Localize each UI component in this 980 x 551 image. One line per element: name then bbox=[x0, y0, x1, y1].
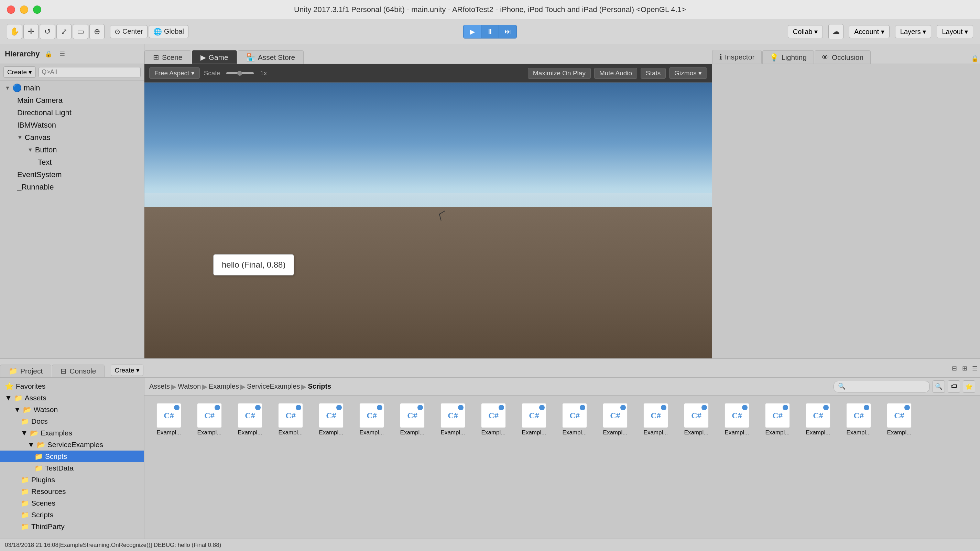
mute-audio-button[interactable]: Mute Audio bbox=[594, 68, 637, 79]
tab-console[interactable]: ⊟ Console bbox=[52, 365, 105, 377]
project-menu-icon[interactable]: ☰ bbox=[970, 363, 980, 374]
list-item[interactable]: C#Exampl... bbox=[880, 401, 918, 438]
hierarchy-menu-icon[interactable]: ☰ bbox=[57, 49, 67, 59]
hand-tool-button[interactable]: ✋ bbox=[7, 24, 22, 39]
game-viewport[interactable]: hello (Final, 0.88) bbox=[145, 83, 712, 358]
list-item[interactable]: C#Exampl... bbox=[596, 401, 634, 438]
tab-scene[interactable]: ⊞ Scene bbox=[145, 50, 191, 64]
fullscreen-button[interactable] bbox=[33, 5, 41, 14]
assets-folder-icon: 📁 bbox=[14, 394, 23, 402]
tree-item-scripts[interactable]: 📁 Scripts bbox=[0, 451, 144, 462]
watson-folder-icon: 📂 bbox=[23, 406, 32, 414]
bc-service-examples[interactable]: ServiceExamples bbox=[247, 382, 300, 390]
tab-game[interactable]: ▶ Game bbox=[192, 50, 237, 64]
hierarchy-item-ibm-watson[interactable]: IBMWatson bbox=[0, 119, 144, 131]
layout-dropdown[interactable]: Layout ▾ bbox=[937, 25, 973, 38]
list-item[interactable]: C#Exampl... bbox=[840, 401, 878, 438]
aspect-dropdown[interactable]: Free Aspect ▾ bbox=[149, 67, 200, 79]
collab-button[interactable]: Collab ▾ bbox=[788, 25, 823, 38]
tree-item-third-party[interactable]: 📁 ThirdParty bbox=[0, 521, 144, 532]
list-item[interactable]: C#Exampl... bbox=[515, 401, 553, 438]
hierarchy-item-main-camera[interactable]: Main Camera bbox=[0, 94, 144, 107]
layers-dropdown[interactable]: Layers ▾ bbox=[895, 25, 932, 38]
hierarchy-item-directional-light[interactable]: Directional Light bbox=[0, 107, 144, 119]
tab-project[interactable]: 📁 Project bbox=[0, 365, 51, 377]
asset-search-input[interactable] bbox=[834, 381, 930, 392]
rotate-tool-button[interactable]: ↺ bbox=[40, 24, 55, 39]
maximize-button[interactable]: Maximize On Play bbox=[528, 68, 591, 79]
list-item[interactable]: C#Exampl... bbox=[718, 401, 756, 438]
list-item[interactable]: C#Exampl... bbox=[434, 401, 472, 438]
hierarchy-create-button[interactable]: Create ▾ bbox=[3, 66, 36, 78]
list-item[interactable]: C#Exampl... bbox=[759, 401, 796, 438]
hierarchy-item-runnable[interactable]: _Runnable bbox=[0, 181, 144, 193]
account-dropdown[interactable]: Account ▾ bbox=[849, 25, 889, 38]
list-item[interactable]: C#Exampl... bbox=[231, 401, 269, 438]
play-button[interactable]: ▶ bbox=[463, 25, 481, 38]
asset-search-submit[interactable]: 🔍 bbox=[932, 381, 945, 393]
tree-item-service-examples[interactable]: ▼ 📂 ServiceExamples bbox=[0, 439, 144, 451]
pause-button[interactable]: ⏸ bbox=[481, 25, 499, 38]
move-tool-button[interactable]: ✛ bbox=[23, 24, 38, 39]
tree-item-plugins[interactable]: 📁 Plugins bbox=[0, 474, 144, 486]
asset-star-button[interactable]: ⭐ bbox=[963, 381, 975, 393]
list-item[interactable]: C#Exampl... bbox=[678, 401, 715, 438]
list-item[interactable]: C#Exampl... bbox=[799, 401, 837, 438]
minimize-button[interactable] bbox=[20, 5, 28, 14]
list-item[interactable]: C#Exampl... bbox=[312, 401, 350, 438]
cloud-button[interactable]: ☁ bbox=[828, 24, 843, 39]
tab-asset-store[interactable]: 🏪 Asset Store bbox=[238, 50, 304, 64]
list-item[interactable]: C#Exampl... bbox=[556, 401, 593, 438]
hierarchy-lock-icon[interactable]: 🔒 bbox=[43, 49, 54, 59]
tab-inspector[interactable]: ℹ Inspector bbox=[712, 50, 762, 64]
bc-assets[interactable]: Assets bbox=[149, 382, 170, 390]
scale-slider[interactable] bbox=[226, 72, 254, 74]
project-create-button[interactable]: Create ▾ bbox=[111, 365, 143, 376]
hierarchy-item-event-system[interactable]: EventSystem bbox=[0, 169, 144, 181]
close-button[interactable] bbox=[7, 5, 15, 14]
bc-watson[interactable]: Watson bbox=[178, 382, 201, 390]
list-item[interactable]: C#Exampl... bbox=[637, 401, 675, 438]
hierarchy-item-main[interactable]: ▼ 🔵 main bbox=[0, 82, 144, 94]
center-tabs: ⊞ Scene ▶ Game 🏪 Asset Store bbox=[145, 44, 712, 64]
list-item[interactable]: C#Exampl... bbox=[353, 401, 391, 438]
bc-examples[interactable]: Examples bbox=[209, 382, 239, 390]
list-item[interactable]: C#Exampl... bbox=[474, 401, 512, 438]
tab-lighting[interactable]: 💡 Lighting bbox=[762, 50, 814, 64]
bc-scripts[interactable]: Scripts bbox=[308, 382, 331, 390]
project-collapse-icon[interactable]: ⊟ bbox=[949, 363, 959, 374]
play-controls: ▶ ⏸ ⏭ bbox=[463, 25, 517, 38]
tree-item-test-data[interactable]: 📁 TestData bbox=[0, 462, 144, 474]
right-panel: ℹ Inspector 💡 Lighting 👁 Occlusion 🔒 bbox=[712, 44, 980, 358]
rect-tool-button[interactable]: ▭ bbox=[73, 24, 88, 39]
tree-item-resources[interactable]: 📁 Resources bbox=[0, 486, 144, 497]
tree-item-watson[interactable]: ▼ 📂 Watson bbox=[0, 404, 144, 416]
global-button[interactable]: 🌐 Global bbox=[149, 25, 188, 38]
inspector-lock-icon[interactable]: 🔒 bbox=[970, 53, 980, 64]
hierarchy-search-input[interactable] bbox=[38, 67, 141, 77]
stats-button[interactable]: Stats bbox=[641, 68, 666, 79]
tree-item-favorites[interactable]: ⭐ Favorites bbox=[0, 381, 144, 392]
list-item[interactable]: C#Exampl... bbox=[150, 401, 188, 438]
tree-item-scripts2[interactable]: 📁 Scripts bbox=[0, 509, 144, 521]
asset-filter-button[interactable]: 🏷 bbox=[948, 381, 960, 393]
main-toolbar: ✋ ✛ ↺ ⤢ ▭ ⊕ ⊙ Center 🌐 Global ▶ ⏸ ⏭ Coll… bbox=[0, 19, 980, 44]
scale-tool-button[interactable]: ⤢ bbox=[56, 24, 72, 39]
list-item[interactable]: C#Exampl... bbox=[191, 401, 228, 438]
center-button[interactable]: ⊙ Center bbox=[110, 25, 148, 38]
list-item[interactable]: C#Exampl... bbox=[393, 401, 431, 438]
status-bar: 03/18/2018 21:16:08[ExampleStreaming.OnR… bbox=[0, 538, 980, 551]
gizmos-dropdown[interactable]: Gizmos ▾ bbox=[669, 67, 707, 79]
hierarchy-item-canvas[interactable]: ▼ Canvas bbox=[0, 131, 144, 144]
tree-item-docs[interactable]: 📁 Docs bbox=[0, 416, 144, 427]
list-item[interactable]: C#Exampl... bbox=[272, 401, 309, 438]
project-expand-icon[interactable]: ⊞ bbox=[959, 363, 970, 374]
transform-tool-button[interactable]: ⊕ bbox=[89, 24, 105, 39]
hierarchy-item-button[interactable]: ▼ Button bbox=[0, 144, 144, 156]
tree-item-assets[interactable]: ▼ 📁 Assets bbox=[0, 392, 144, 404]
step-button[interactable]: ⏭ bbox=[499, 25, 517, 38]
tree-item-scenes[interactable]: 📁 Scenes bbox=[0, 497, 144, 509]
tree-item-examples[interactable]: ▼ 📂 Examples bbox=[0, 427, 144, 439]
tab-occlusion[interactable]: 👁 Occlusion bbox=[815, 50, 871, 64]
hierarchy-item-text[interactable]: Text bbox=[0, 156, 144, 169]
